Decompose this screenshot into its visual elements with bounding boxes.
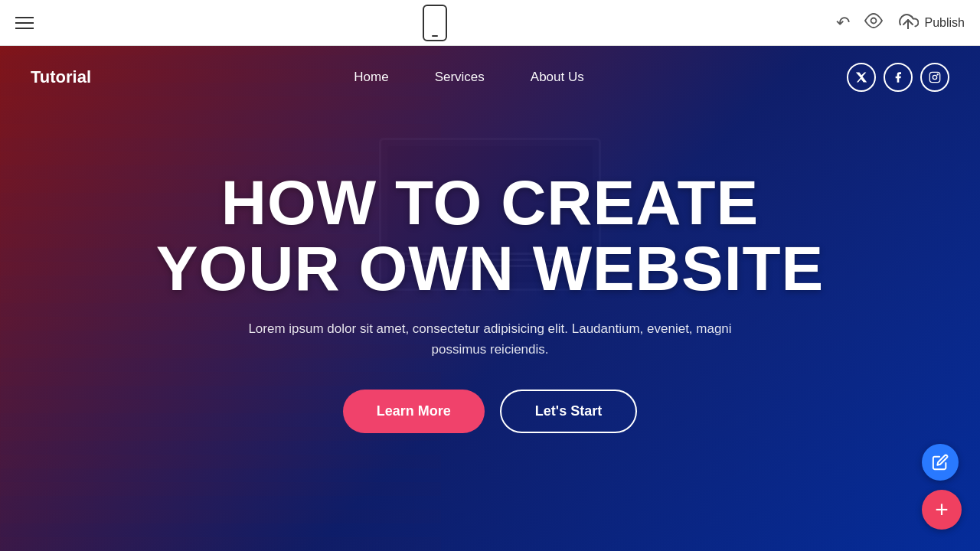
svg-point-2 <box>933 75 936 79</box>
cloud-upload-icon <box>897 12 919 33</box>
hero-title-line2: YOUR OWN WEBSITE <box>156 233 824 303</box>
lets-start-button[interactable]: Let's Start <box>500 390 637 433</box>
instagram-icon[interactable] <box>920 63 949 92</box>
learn-more-button[interactable]: Learn More <box>343 390 485 433</box>
toolbar-center <box>423 5 447 41</box>
nav-home[interactable]: Home <box>354 70 388 85</box>
publish-button[interactable]: Publish <box>897 12 965 33</box>
toolbar-left <box>15 17 34 29</box>
social-icons <box>847 63 949 92</box>
undo-icon[interactable]: ↶ <box>836 15 850 31</box>
hero-buttons: Learn More Let's Start <box>0 390 980 433</box>
plus-icon: + <box>935 498 949 521</box>
toolbar-right: ↶ Publish <box>836 12 965 33</box>
publish-label: Publish <box>925 16 965 30</box>
svg-rect-1 <box>929 72 939 82</box>
facebook-icon[interactable] <box>884 63 913 92</box>
hero-title-line1: HOW TO CREATE <box>221 168 759 237</box>
hero-title: HOW TO CREATE YOUR OWN WEBSITE <box>0 170 980 302</box>
twitter-icon[interactable] <box>847 63 876 92</box>
add-fab-button[interactable]: + <box>922 490 962 530</box>
mobile-preview-icon[interactable] <box>423 5 447 41</box>
toolbar: ↶ Publish <box>0 0 980 46</box>
hero-content: HOW TO CREATE YOUR OWN WEBSITE Lorem ips… <box>0 109 980 433</box>
hero-description: Lorem ipsum dolor sit amet, consectetur … <box>222 318 758 360</box>
hamburger-menu-icon[interactable] <box>15 17 34 29</box>
website-preview: Tutorial Home Services About Us <box>0 46 980 551</box>
edit-fab-button[interactable] <box>922 444 959 481</box>
nav-about[interactable]: About Us <box>531 70 584 85</box>
nav-services[interactable]: Services <box>435 70 485 85</box>
preview-icon[interactable] <box>864 13 884 32</box>
svg-point-3 <box>937 74 938 75</box>
site-logo: Tutorial <box>31 67 91 87</box>
fab-container: + <box>922 444 962 530</box>
nav-links: Home Services About Us <box>354 70 583 85</box>
site-navigation: Tutorial Home Services About Us <box>0 46 980 109</box>
svg-point-0 <box>871 18 876 24</box>
